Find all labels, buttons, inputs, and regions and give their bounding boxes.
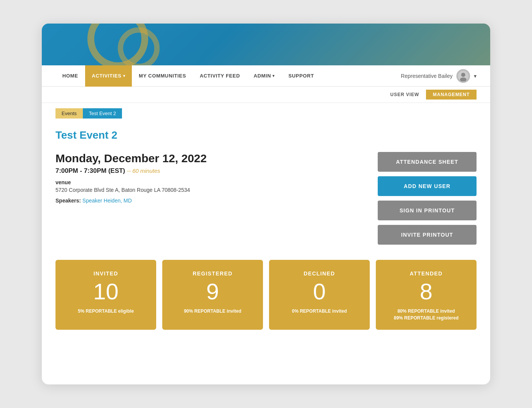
event-body: Monday, December 12, 2022 7:00PM - 7:30P… bbox=[55, 152, 477, 245]
invite-printout-button[interactable]: INVITE PRINTOUT bbox=[378, 225, 477, 245]
event-date: Monday, December 12, 2022 bbox=[55, 152, 363, 165]
speaker-name[interactable]: Speaker Heiden, MD bbox=[82, 198, 132, 204]
user-view-button[interactable]: USER VIEW bbox=[383, 90, 426, 100]
stat-registered: REGISTERED 9 90% REPORTABLE invited bbox=[162, 260, 263, 330]
venue-label: venue bbox=[55, 179, 363, 185]
venue-address: 5720 Corporate Blvd Ste A, Baton Rouge L… bbox=[55, 187, 363, 193]
add-new-user-button[interactable]: ADD NEW USER bbox=[378, 176, 477, 196]
registered-label: REGISTERED bbox=[168, 270, 257, 277]
user-menu-caret: ▾ bbox=[474, 73, 477, 79]
declined-sub: 0% REPORTABLE invited bbox=[275, 308, 364, 315]
nav-support[interactable]: SUPPORT bbox=[282, 65, 321, 87]
speakers-line: Speakers: Speaker Heiden, MD bbox=[55, 198, 363, 204]
user-menu[interactable]: Representative Bailey ▾ bbox=[401, 69, 477, 83]
breadcrumb-events[interactable]: Events bbox=[55, 108, 83, 119]
declined-number: 0 bbox=[275, 280, 364, 303]
stat-invited: INVITED 10 5% REPORTABLE eligible bbox=[55, 260, 156, 330]
sign-in-printout-button[interactable]: SIGN IN PRINTOUT bbox=[378, 201, 477, 220]
nav-home[interactable]: HOME bbox=[55, 65, 85, 87]
speakers-prefix: Speakers: bbox=[55, 198, 81, 204]
attendance-sheet-button[interactable]: ATTENDANCE SHEET bbox=[378, 152, 477, 172]
management-button[interactable]: MANAGEMENT bbox=[426, 90, 477, 100]
attended-label: ATTENDED bbox=[382, 270, 470, 277]
activities-caret: ▾ bbox=[123, 74, 125, 78]
svg-point-1 bbox=[461, 73, 466, 77]
invited-sub: 5% REPORTABLE eligible bbox=[62, 308, 150, 315]
invited-label: INVITED bbox=[62, 270, 150, 277]
breadcrumb: Events Test Event 2 bbox=[42, 103, 490, 119]
nav-admin[interactable]: ADMIN ▾ bbox=[247, 65, 282, 87]
declined-label: DECLINED bbox=[275, 270, 364, 277]
view-toggle-bar: USER VIEW MANAGEMENT bbox=[42, 87, 490, 103]
navigation: HOME ACTIVITIES ▾ MY COMMUNITIES ACTIVIT… bbox=[42, 65, 490, 87]
main-card: HOME ACTIVITIES ▾ MY COMMUNITIES ACTIVIT… bbox=[42, 24, 490, 384]
registered-number: 9 bbox=[168, 280, 257, 303]
user-name-label: Representative Bailey bbox=[401, 73, 453, 79]
invited-number: 10 bbox=[62, 280, 150, 303]
breadcrumb-test-event-2[interactable]: Test Event 2 bbox=[83, 108, 122, 119]
nav-activities[interactable]: ACTIVITIES ▾ bbox=[85, 65, 132, 87]
event-duration: -- 60 minutes bbox=[127, 168, 160, 174]
attended-sub: 80% REPORTABLE invited 89% REPORTABLE re… bbox=[382, 308, 470, 321]
event-details: Monday, December 12, 2022 7:00PM - 7:30P… bbox=[55, 152, 363, 245]
admin-caret: ▾ bbox=[272, 74, 275, 78]
stat-declined: DECLINED 0 0% REPORTABLE invited bbox=[269, 260, 370, 330]
main-content: Test Event 2 Monday, December 12, 2022 7… bbox=[42, 119, 490, 343]
event-time: 7:00PM - 7:30PM (EST) -- 60 minutes bbox=[55, 167, 363, 175]
nav-my-communities[interactable]: MY COMMUNITIES bbox=[132, 65, 193, 87]
nav-activity-feed[interactable]: ACTIVITY FEED bbox=[193, 65, 247, 87]
stat-attended: ATTENDED 8 80% REPORTABLE invited 89% RE… bbox=[376, 260, 477, 330]
stats-row: INVITED 10 5% REPORTABLE eligible REGIST… bbox=[55, 260, 477, 330]
avatar bbox=[456, 69, 470, 83]
event-title: Test Event 2 bbox=[55, 129, 477, 141]
action-buttons: ATTENDANCE SHEET ADD NEW USER SIGN IN PR… bbox=[378, 152, 477, 245]
attended-number: 8 bbox=[382, 280, 470, 303]
registered-sub: 90% REPORTABLE invited bbox=[168, 308, 257, 315]
banner bbox=[42, 24, 490, 65]
